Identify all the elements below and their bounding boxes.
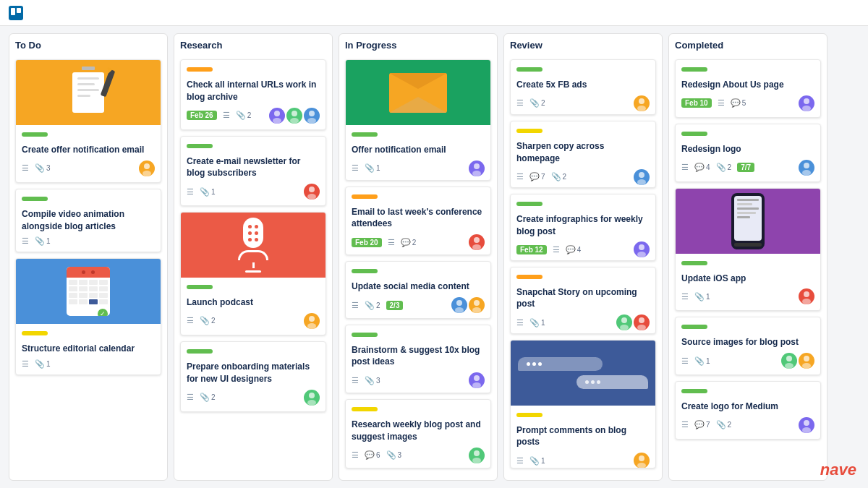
- avatar: [304, 108, 320, 124]
- card-cp-3[interactable]: Update iOS app☰📎1: [675, 188, 821, 312]
- svg-point-9: [309, 111, 315, 116]
- attachments-count: 📎2: [551, 172, 567, 181]
- svg-point-12: [307, 194, 316, 200]
- card-label: [681, 132, 707, 136]
- card-title: Launch podcast: [187, 296, 320, 309]
- attachments-count: 📎1: [694, 292, 710, 301]
- card-cp-5[interactable]: Create logo for Medium☰💬7📎2: [675, 381, 821, 440]
- attachments-count: 📎2: [200, 316, 216, 325]
- card-ip-2[interactable]: Email to last week's conference attendee…: [345, 187, 491, 256]
- svg-point-39: [639, 455, 644, 461]
- card-res-2[interactable]: Create e-mail newsletter for blog subscr…: [180, 136, 326, 207]
- card-body: Update social media content☰📎22/3: [346, 262, 490, 318]
- card-meta: ☰📎1: [22, 236, 155, 246]
- card-meta: ☰📎2: [187, 313, 320, 329]
- card-label: [516, 129, 542, 133]
- card-meta: ☰💬7📎2: [681, 417, 814, 433]
- card-title: Update iOS app: [681, 273, 814, 285]
- description-icon: ☰: [681, 356, 689, 366]
- svg-point-4: [142, 171, 151, 176]
- card-title: Create logo for Medium: [681, 401, 814, 413]
- description-icon: ☰: [516, 318, 524, 328]
- card-label: [22, 331, 48, 335]
- avatar: [469, 160, 485, 176]
- card-rv-5[interactable]: Prompt comments on blog posts☰📎1: [510, 340, 656, 468]
- avatar-group: [451, 297, 485, 313]
- svg-point-22: [455, 307, 464, 313]
- card-todo-2[interactable]: Compile video animation alongside blog a…: [15, 189, 161, 253]
- svg-point-11: [309, 187, 315, 192]
- card-title: Source images for blog post: [681, 336, 814, 348]
- card-title: Create 5x FB ads: [516, 79, 650, 91]
- avatar: [451, 297, 467, 313]
- card-body: Update iOS app☰📎1: [676, 254, 820, 311]
- avatar-group: [469, 234, 485, 250]
- card-meta: Feb 12☰💬4: [516, 241, 650, 257]
- card-res-1[interactable]: Check all internal URLs work in blog arc…: [180, 59, 326, 130]
- description-icon: ☰: [187, 187, 194, 197]
- card-cp-2[interactable]: Redesign logo☰💬4📎27/7: [675, 124, 821, 182]
- card-rv-1[interactable]: Create 5x FB ads☰📎2: [510, 59, 656, 115]
- card-label: [352, 194, 378, 199]
- card-title: Snapchat Story on upcoming post: [516, 286, 650, 311]
- svg-point-40: [637, 463, 646, 468]
- card-res-4[interactable]: Prepare onboarding materials for new UI …: [180, 341, 326, 412]
- card-label: [516, 413, 542, 417]
- description-icon: ☰: [22, 163, 29, 173]
- card-rv-3[interactable]: Create infographics for weekly blog post…: [510, 194, 656, 261]
- card-res-3[interactable]: Launch podcast☰📎2: [180, 212, 326, 335]
- column-header-todo: To Do: [15, 40, 161, 53]
- card-ip-5[interactable]: Research weekly blog post and suggest im…: [345, 399, 491, 468]
- svg-point-34: [637, 252, 646, 257]
- description-icon: ☰: [352, 301, 359, 310]
- date-badge: Feb 20: [352, 238, 382, 247]
- date-badge: Feb 10: [681, 98, 712, 108]
- card-label: [516, 67, 542, 72]
- card-title: Check all internal URLs work in blog arc…: [187, 79, 320, 103]
- avatar: [269, 108, 285, 124]
- attachments-count: 📎2: [236, 111, 252, 120]
- comments-count: 💬4: [566, 245, 582, 254]
- attachments-count: 📎3: [386, 450, 402, 460]
- card-label: [187, 285, 213, 289]
- avatar-group: [304, 313, 320, 329]
- avatar: [799, 288, 814, 304]
- svg-point-19: [474, 237, 480, 243]
- card-body: Create infographics for weekly blog post…: [511, 194, 655, 261]
- avatar: [469, 372, 485, 388]
- card-meta: ☰💬6📎3: [352, 448, 485, 463]
- card-meta: Feb 20☰💬2: [352, 234, 485, 250]
- card-ip-4[interactable]: Brainstorm & suggest 10x blog post ideas…: [345, 325, 491, 394]
- card-label: [22, 132, 48, 137]
- avatar-group: [304, 184, 320, 200]
- svg-point-17: [474, 163, 480, 169]
- svg-point-28: [472, 458, 481, 463]
- svg-point-10: [307, 118, 316, 124]
- card-ip-1[interactable]: Offer notification email☰📎1: [345, 59, 491, 181]
- card-rv-4[interactable]: Snapchat Story on upcoming post☰📎1: [510, 267, 656, 334]
- card-body: Prompt comments on blog posts☰📎1: [511, 406, 655, 468]
- svg-point-30: [637, 106, 646, 111]
- card-cp-1[interactable]: Redesign About Us pageFeb 10☰💬5: [675, 59, 821, 118]
- attachments-count: 📎2: [365, 301, 380, 310]
- card-meta: ☰📎22/3: [352, 297, 485, 313]
- card-title: Compile video animation alongside blog a…: [22, 208, 155, 233]
- description-icon: ☰: [352, 450, 359, 460]
- attachments-count: 📎1: [365, 163, 380, 173]
- card-meta: ☰📎1: [681, 288, 814, 304]
- card-ip-3[interactable]: Update social media content☰📎22/3: [345, 261, 491, 318]
- card-todo-1[interactable]: Create offer notification email☰📎3: [15, 59, 161, 183]
- svg-point-25: [474, 375, 480, 381]
- column-header-research: Research: [180, 40, 326, 53]
- svg-point-50: [802, 363, 811, 369]
- attachments-count: 📎3: [35, 163, 51, 173]
- trello-logo[interactable]: [9, 6, 27, 20]
- description-icon: ☰: [352, 376, 359, 385]
- column-header-completed: Completed: [675, 40, 821, 53]
- card-cp-4[interactable]: Source images for blog post☰📎1: [675, 317, 821, 375]
- avatar-group: [304, 390, 320, 406]
- svg-point-43: [804, 163, 809, 168]
- card-body: Sharpen copy across homepage☰💬7📎2: [511, 121, 655, 188]
- card-todo-3[interactable]: ✓ Structure editorial calendar☰📎1: [15, 258, 161, 375]
- card-rv-2[interactable]: Sharpen copy across homepage☰💬7📎2: [510, 121, 656, 188]
